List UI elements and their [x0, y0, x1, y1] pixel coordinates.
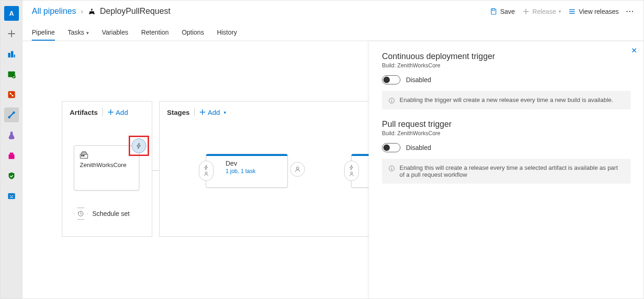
- breadcrumb-sep-icon: ›: [81, 7, 83, 16]
- svg-point-8: [13, 112, 15, 114]
- pr-info-box: Enabling this will create a release ever…: [382, 159, 631, 184]
- svg-rect-18: [81, 155, 83, 156]
- artifact-name: ZenithWorksCore: [80, 161, 133, 168]
- rail-repos-icon[interactable]: [4, 67, 19, 82]
- artifacts-title: Artifacts: [70, 108, 98, 116]
- view-releases-button[interactable]: View releases: [568, 8, 619, 15]
- svg-point-31: [391, 167, 392, 167]
- pr-trigger-title: Pull request trigger: [382, 120, 631, 129]
- svg-rect-11: [10, 153, 13, 155]
- svg-rect-32: [391, 168, 392, 170]
- schedule-label: Schedule set: [92, 210, 130, 217]
- svg-rect-21: [83, 151, 83, 152]
- svg-point-9: [8, 116, 11, 119]
- cd-info-box: Enabling the trigger will create a new r…: [382, 91, 631, 109]
- cd-trigger-title: Continuous deployment trigger: [382, 52, 631, 61]
- svg-rect-22: [84, 151, 85, 152]
- tab-variables[interactable]: Variables: [102, 25, 128, 41]
- svg-rect-10: [9, 155, 15, 159]
- rail-pipelines-red-icon[interactable]: [4, 87, 19, 102]
- more-actions-button[interactable]: ···: [626, 8, 634, 15]
- breadcrumb-root[interactable]: All pipelines: [32, 6, 76, 16]
- stage-name: Dev: [226, 160, 283, 167]
- cd-trigger-badge[interactable]: [131, 138, 146, 153]
- breadcrumb-current: DeployPullRequest: [100, 6, 170, 16]
- info-icon: [388, 165, 395, 172]
- stage-sub[interactable]: 1 job, 1 task: [226, 168, 283, 174]
- project-avatar[interactable]: A: [4, 6, 19, 21]
- svg-rect-20: [82, 152, 86, 154]
- stage-card-dev[interactable]: Dev 1 job, 1 task: [206, 154, 288, 188]
- tab-options[interactable]: Options: [182, 25, 204, 41]
- cd-trigger-state: Disabled: [406, 76, 431, 84]
- left-nav-rail: A: [0, 0, 23, 299]
- add-artifact-button[interactable]: Add: [107, 108, 128, 116]
- release-button: Release ▾: [522, 8, 561, 15]
- stages-title: Stages: [167, 108, 190, 116]
- rail-compliance-icon[interactable]: [4, 168, 19, 183]
- svg-point-26: [296, 167, 298, 169]
- artifacts-panel: Artifacts Add ZenithWorksCore: [62, 101, 152, 237]
- svg-rect-16: [492, 9, 495, 11]
- page-header: All pipelines › DeployPullRequest Save R…: [23, 0, 644, 23]
- pr-trigger-toggle[interactable]: [382, 143, 400, 152]
- rail-boards-icon[interactable]: [4, 47, 19, 61]
- svg-rect-1: [11, 51, 13, 58]
- tab-bar: Pipeline Tasks▾ Variables Retention Opti…: [23, 23, 644, 41]
- svg-rect-19: [83, 155, 84, 156]
- rail-extension-icon[interactable]: [4, 189, 19, 203]
- info-icon: [388, 97, 395, 104]
- tab-retention[interactable]: Retention: [141, 25, 169, 41]
- rail-artifacts-icon[interactable]: [4, 148, 19, 163]
- svg-point-25: [351, 172, 353, 174]
- stage-conditions-badge[interactable]: [199, 161, 214, 181]
- cd-trigger-toggle[interactable]: [382, 75, 400, 84]
- close-panel-button[interactable]: ✕: [631, 46, 637, 55]
- pipeline-type-icon: [88, 7, 96, 16]
- svg-rect-29: [391, 100, 392, 102]
- cd-trigger-subtitle: Build: ZenithWorksCore: [382, 62, 631, 69]
- rail-testplans-icon[interactable]: [4, 128, 19, 143]
- schedule-row[interactable]: Schedule set: [74, 208, 130, 220]
- post-stage-badge[interactable]: [290, 162, 305, 177]
- pr-trigger-subtitle: Build: ZenithWorksCore: [382, 130, 631, 137]
- stages-panel: Stages Add ▾ Dev 1 job, 1 task: [159, 101, 390, 237]
- schedule-icon: [74, 208, 88, 220]
- tab-pipeline[interactable]: Pipeline: [32, 25, 55, 41]
- tab-tasks[interactable]: Tasks▾: [68, 25, 89, 41]
- artifact-card[interactable]: ZenithWorksCore: [74, 145, 139, 191]
- add-stage-button[interactable]: Add ▾: [199, 108, 226, 116]
- stage-conditions-badge[interactable]: [344, 161, 359, 181]
- svg-rect-2: [14, 54, 15, 57]
- rail-add-icon[interactable]: [4, 26, 19, 41]
- save-button[interactable]: Save: [490, 8, 515, 15]
- pr-trigger-state: Disabled: [406, 144, 431, 151]
- svg-point-28: [391, 99, 392, 100]
- svg-rect-0: [8, 53, 11, 58]
- build-icon: [80, 151, 133, 159]
- trigger-side-panel: ✕ Continuous deployment trigger Build: Z…: [369, 42, 644, 299]
- rail-pipelines-icon[interactable]: [4, 108, 19, 122]
- svg-point-24: [205, 172, 208, 174]
- tab-history[interactable]: History: [217, 25, 237, 41]
